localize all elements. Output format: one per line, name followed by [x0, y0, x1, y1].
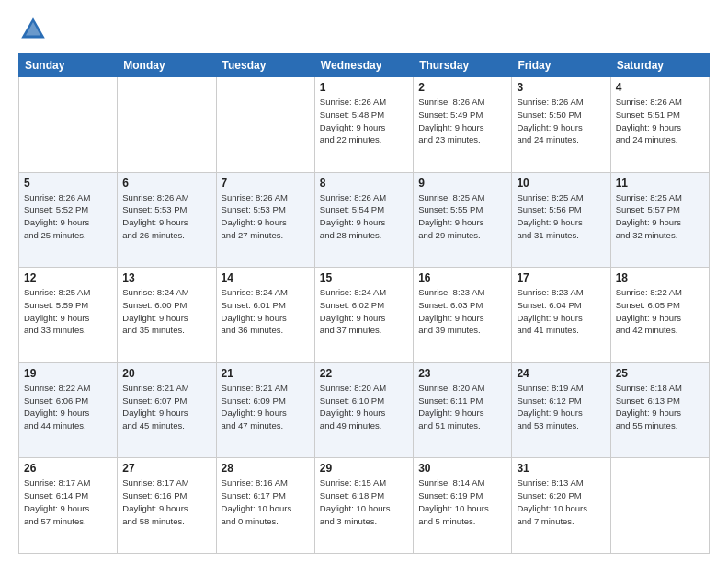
day-number: 3: [517, 81, 605, 94]
calendar-empty-cell: [19, 77, 118, 173]
calendar-day-4: 4Sunrise: 8:26 AM Sunset: 5:51 PM Daylig…: [610, 77, 709, 173]
calendar-empty-cell: [610, 458, 709, 554]
calendar-day-9: 9Sunrise: 8:25 AM Sunset: 5:55 PM Daylig…: [414, 172, 512, 268]
day-header-thursday: Thursday: [414, 54, 512, 77]
day-number: 31: [517, 462, 605, 475]
day-number: 17: [517, 271, 605, 284]
day-header-friday: Friday: [512, 54, 610, 77]
day-info: Sunrise: 8:26 AM Sunset: 5:53 PM Dayligh…: [222, 191, 310, 242]
calendar-day-8: 8Sunrise: 8:26 AM Sunset: 5:54 PM Daylig…: [314, 172, 413, 268]
day-info: Sunrise: 8:24 AM Sunset: 6:00 PM Dayligh…: [122, 286, 210, 337]
day-number: 7: [222, 177, 310, 190]
day-info: Sunrise: 8:25 AM Sunset: 5:57 PM Dayligh…: [616, 191, 704, 242]
day-header-tuesday: Tuesday: [216, 54, 314, 77]
header: [18, 15, 710, 44]
day-number: 12: [24, 271, 112, 284]
calendar-day-12: 12Sunrise: 8:25 AM Sunset: 5:59 PM Dayli…: [19, 268, 118, 363]
day-info: Sunrise: 8:26 AM Sunset: 5:50 PM Dayligh…: [517, 96, 605, 146]
calendar-day-18: 18Sunrise: 8:22 AM Sunset: 6:05 PM Dayli…: [610, 268, 709, 363]
day-header-saturday: Saturday: [610, 54, 709, 77]
day-info: Sunrise: 8:17 AM Sunset: 6:14 PM Dayligh…: [24, 477, 112, 527]
calendar-day-11: 11Sunrise: 8:25 AM Sunset: 5:57 PM Dayli…: [610, 172, 709, 268]
day-number: 29: [320, 462, 408, 475]
day-number: 25: [616, 367, 704, 380]
calendar-day-29: 29Sunrise: 8:15 AM Sunset: 6:18 PM Dayli…: [314, 458, 413, 554]
day-info: Sunrise: 8:26 AM Sunset: 5:53 PM Dayligh…: [122, 191, 210, 242]
calendar-day-22: 22Sunrise: 8:20 AM Sunset: 6:10 PM Dayli…: [314, 362, 413, 458]
day-info: Sunrise: 8:20 AM Sunset: 6:11 PM Dayligh…: [418, 382, 506, 432]
day-info: Sunrise: 8:26 AM Sunset: 5:48 PM Dayligh…: [320, 96, 408, 146]
day-number: 22: [320, 367, 408, 380]
day-info: Sunrise: 8:25 AM Sunset: 5:55 PM Dayligh…: [418, 191, 506, 242]
calendar-week-row: 1Sunrise: 8:26 AM Sunset: 5:48 PM Daylig…: [19, 77, 710, 173]
day-info: Sunrise: 8:22 AM Sunset: 6:06 PM Dayligh…: [24, 382, 112, 432]
calendar-day-10: 10Sunrise: 8:25 AM Sunset: 5:56 PM Dayli…: [512, 172, 610, 268]
calendar-week-row: 5Sunrise: 8:26 AM Sunset: 5:52 PM Daylig…: [19, 172, 710, 268]
calendar-day-3: 3Sunrise: 8:26 AM Sunset: 5:50 PM Daylig…: [512, 77, 610, 173]
calendar-day-23: 23Sunrise: 8:20 AM Sunset: 6:11 PM Dayli…: [414, 362, 512, 458]
calendar-day-25: 25Sunrise: 8:18 AM Sunset: 6:13 PM Dayli…: [610, 362, 709, 458]
calendar-week-row: 12Sunrise: 8:25 AM Sunset: 5:59 PM Dayli…: [19, 268, 710, 363]
day-info: Sunrise: 8:23 AM Sunset: 6:03 PM Dayligh…: [418, 286, 506, 337]
day-info: Sunrise: 8:24 AM Sunset: 6:02 PM Dayligh…: [320, 286, 408, 337]
day-number: 20: [122, 367, 210, 380]
day-number: 30: [418, 462, 506, 475]
calendar-header-row: SundayMondayTuesdayWednesdayThursdayFrid…: [19, 54, 710, 77]
day-number: 10: [517, 177, 605, 190]
calendar-day-21: 21Sunrise: 8:21 AM Sunset: 6:09 PM Dayli…: [216, 362, 314, 458]
calendar-day-30: 30Sunrise: 8:14 AM Sunset: 6:19 PM Dayli…: [414, 458, 512, 554]
day-info: Sunrise: 8:26 AM Sunset: 5:49 PM Dayligh…: [418, 96, 506, 146]
day-info: Sunrise: 8:26 AM Sunset: 5:54 PM Dayligh…: [320, 191, 408, 242]
day-info: Sunrise: 8:18 AM Sunset: 6:13 PM Dayligh…: [616, 382, 704, 432]
calendar-week-row: 26Sunrise: 8:17 AM Sunset: 6:14 PM Dayli…: [19, 458, 710, 554]
day-number: 5: [24, 177, 112, 190]
calendar-day-31: 31Sunrise: 8:13 AM Sunset: 6:20 PM Dayli…: [512, 458, 610, 554]
day-info: Sunrise: 8:21 AM Sunset: 6:07 PM Dayligh…: [122, 382, 210, 432]
day-info: Sunrise: 8:15 AM Sunset: 6:18 PM Dayligh…: [320, 477, 408, 527]
day-number: 6: [122, 177, 210, 190]
day-number: 2: [418, 81, 506, 94]
day-number: 9: [418, 177, 506, 190]
day-info: Sunrise: 8:26 AM Sunset: 5:52 PM Dayligh…: [24, 191, 112, 242]
calendar-day-24: 24Sunrise: 8:19 AM Sunset: 6:12 PM Dayli…: [512, 362, 610, 458]
day-info: Sunrise: 8:20 AM Sunset: 6:10 PM Dayligh…: [320, 382, 408, 432]
calendar-day-2: 2Sunrise: 8:26 AM Sunset: 5:49 PM Daylig…: [414, 77, 512, 173]
day-number: 14: [222, 271, 310, 284]
day-number: 19: [24, 367, 112, 380]
day-info: Sunrise: 8:23 AM Sunset: 6:04 PM Dayligh…: [517, 286, 605, 337]
day-info: Sunrise: 8:13 AM Sunset: 6:20 PM Dayligh…: [517, 477, 605, 527]
day-number: 8: [320, 177, 408, 190]
calendar-table: SundayMondayTuesdayWednesdayThursdayFrid…: [18, 53, 710, 554]
calendar-empty-cell: [118, 77, 216, 173]
calendar-day-17: 17Sunrise: 8:23 AM Sunset: 6:04 PM Dayli…: [512, 268, 610, 363]
calendar-day-14: 14Sunrise: 8:24 AM Sunset: 6:01 PM Dayli…: [216, 268, 314, 363]
day-info: Sunrise: 8:25 AM Sunset: 5:59 PM Dayligh…: [24, 286, 112, 337]
day-header-monday: Monday: [118, 54, 216, 77]
day-info: Sunrise: 8:25 AM Sunset: 5:56 PM Dayligh…: [517, 191, 605, 242]
calendar-day-27: 27Sunrise: 8:17 AM Sunset: 6:16 PM Dayli…: [118, 458, 216, 554]
day-number: 1: [320, 81, 408, 94]
calendar-week-row: 19Sunrise: 8:22 AM Sunset: 6:06 PM Dayli…: [19, 362, 710, 458]
day-number: 4: [616, 81, 704, 94]
page: SundayMondayTuesdayWednesdayThursdayFrid…: [0, 0, 728, 563]
day-header-wednesday: Wednesday: [314, 54, 413, 77]
calendar-day-16: 16Sunrise: 8:23 AM Sunset: 6:03 PM Dayli…: [414, 268, 512, 363]
day-info: Sunrise: 8:21 AM Sunset: 6:09 PM Dayligh…: [222, 382, 310, 432]
day-info: Sunrise: 8:24 AM Sunset: 6:01 PM Dayligh…: [222, 286, 310, 337]
day-number: 23: [418, 367, 506, 380]
day-number: 13: [122, 271, 210, 284]
day-number: 28: [222, 462, 310, 475]
logo-icon: [18, 15, 48, 44]
calendar-day-1: 1Sunrise: 8:26 AM Sunset: 5:48 PM Daylig…: [314, 77, 413, 173]
calendar-day-6: 6Sunrise: 8:26 AM Sunset: 5:53 PM Daylig…: [118, 172, 216, 268]
day-number: 11: [616, 177, 704, 190]
calendar-day-13: 13Sunrise: 8:24 AM Sunset: 6:00 PM Dayli…: [118, 268, 216, 363]
calendar-day-26: 26Sunrise: 8:17 AM Sunset: 6:14 PM Dayli…: [19, 458, 118, 554]
day-number: 21: [222, 367, 310, 380]
calendar-day-20: 20Sunrise: 8:21 AM Sunset: 6:07 PM Dayli…: [118, 362, 216, 458]
day-number: 26: [24, 462, 112, 475]
day-number: 15: [320, 271, 408, 284]
calendar-day-28: 28Sunrise: 8:16 AM Sunset: 6:17 PM Dayli…: [216, 458, 314, 554]
calendar-day-7: 7Sunrise: 8:26 AM Sunset: 5:53 PM Daylig…: [216, 172, 314, 268]
day-info: Sunrise: 8:22 AM Sunset: 6:05 PM Dayligh…: [616, 286, 704, 337]
